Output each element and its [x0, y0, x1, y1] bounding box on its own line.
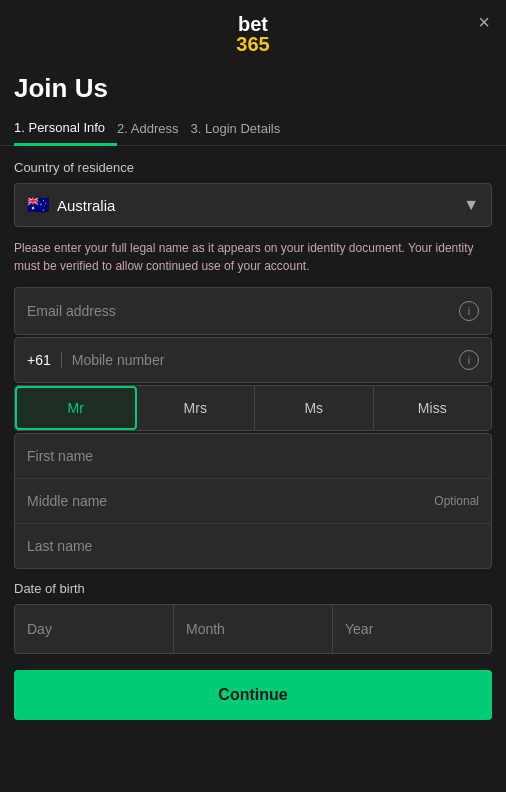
salutation-mrs[interactable]: Mrs — [137, 386, 256, 430]
salutation-miss[interactable]: Miss — [374, 386, 492, 430]
last-name-field[interactable]: Last name — [15, 524, 491, 568]
optional-tag: Optional — [434, 494, 479, 508]
continue-button[interactable]: Continue — [14, 670, 492, 720]
step-login-details[interactable]: 3. Login Details — [191, 113, 293, 144]
email-placeholder: Email address — [27, 303, 116, 319]
dob-group: Day Month Year — [14, 604, 492, 654]
phone-info-icon[interactable]: i — [459, 350, 479, 370]
dob-day[interactable]: Day — [15, 605, 174, 653]
phone-prefix: +61 — [27, 352, 62, 368]
first-name-field[interactable]: First name — [15, 434, 491, 479]
middle-name-label: Middle name — [27, 493, 107, 509]
email-field[interactable]: Email address i — [14, 287, 492, 335]
dob-label: Date of birth — [14, 581, 492, 596]
first-name-label: First name — [27, 448, 93, 464]
country-label: Country of residence — [14, 160, 492, 175]
page-title: Join Us — [0, 63, 506, 112]
country-value: Australia — [57, 197, 115, 214]
dob-year[interactable]: Year — [333, 605, 491, 653]
dob-month[interactable]: Month — [174, 605, 333, 653]
chevron-down-icon: ▼ — [463, 196, 479, 214]
close-button[interactable]: × — [478, 12, 490, 32]
steps-bar: 1. Personal Info 2. Address 3. Login Det… — [0, 112, 506, 146]
name-fields-group: First name Middle name Optional Last nam… — [14, 433, 492, 569]
salutation-mr[interactable]: Mr — [15, 386, 137, 430]
step-address[interactable]: 2. Address — [117, 113, 190, 144]
flag-icon: 🇦🇺 — [27, 194, 49, 216]
salutation-ms[interactable]: Ms — [255, 386, 374, 430]
salutation-group: Mr Mrs Ms Miss — [14, 385, 492, 431]
phone-placeholder: Mobile number — [72, 352, 459, 368]
last-name-label: Last name — [27, 538, 92, 554]
notice-text: Please enter your full legal name as it … — [14, 239, 492, 275]
step-personal-info[interactable]: 1. Personal Info — [14, 112, 117, 146]
form-content: Country of residence 🇦🇺 Australia ▼ Plea… — [0, 146, 506, 654]
middle-name-field[interactable]: Middle name Optional — [15, 479, 491, 524]
country-select[interactable]: 🇦🇺 Australia ▼ — [14, 183, 492, 227]
logo: bet 365 — [236, 14, 269, 54]
header: bet 365 × — [0, 0, 506, 63]
phone-field[interactable]: +61 Mobile number i — [14, 337, 492, 383]
email-info-icon[interactable]: i — [459, 301, 479, 321]
